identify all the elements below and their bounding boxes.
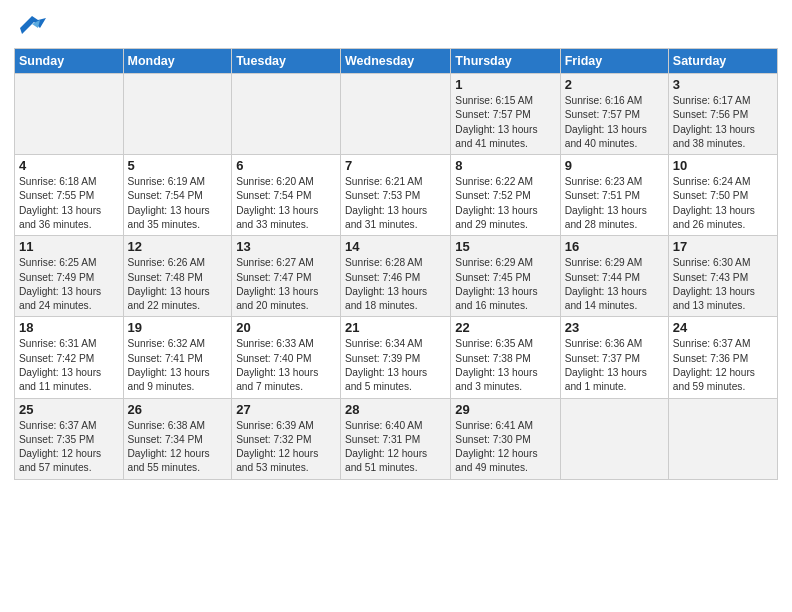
page: SundayMondayTuesdayWednesdayThursdayFrid… xyxy=(0,0,792,612)
day-of-week-header: Friday xyxy=(560,49,668,74)
svg-marker-0 xyxy=(20,16,46,34)
day-info: Sunrise: 6:32 AM Sunset: 7:41 PM Dayligh… xyxy=(128,337,228,394)
day-info: Sunrise: 6:37 AM Sunset: 7:35 PM Dayligh… xyxy=(19,419,119,476)
day-info: Sunrise: 6:37 AM Sunset: 7:36 PM Dayligh… xyxy=(673,337,773,394)
calendar-cell: 29Sunrise: 6:41 AM Sunset: 7:30 PM Dayli… xyxy=(451,398,560,479)
header xyxy=(14,10,778,42)
calendar-cell: 24Sunrise: 6:37 AM Sunset: 7:36 PM Dayli… xyxy=(668,317,777,398)
calendar-cell: 23Sunrise: 6:36 AM Sunset: 7:37 PM Dayli… xyxy=(560,317,668,398)
calendar-cell: 1Sunrise: 6:15 AM Sunset: 7:57 PM Daylig… xyxy=(451,74,560,155)
calendar-week-row: 18Sunrise: 6:31 AM Sunset: 7:42 PM Dayli… xyxy=(15,317,778,398)
calendar-cell: 20Sunrise: 6:33 AM Sunset: 7:40 PM Dayli… xyxy=(232,317,341,398)
day-of-week-header: Saturday xyxy=(668,49,777,74)
day-info: Sunrise: 6:29 AM Sunset: 7:44 PM Dayligh… xyxy=(565,256,664,313)
day-info: Sunrise: 6:20 AM Sunset: 7:54 PM Dayligh… xyxy=(236,175,336,232)
calendar-cell: 15Sunrise: 6:29 AM Sunset: 7:45 PM Dayli… xyxy=(451,236,560,317)
day-number: 8 xyxy=(455,158,555,173)
calendar-cell xyxy=(668,398,777,479)
calendar-cell: 2Sunrise: 6:16 AM Sunset: 7:57 PM Daylig… xyxy=(560,74,668,155)
calendar-cell: 4Sunrise: 6:18 AM Sunset: 7:55 PM Daylig… xyxy=(15,155,124,236)
calendar-week-row: 11Sunrise: 6:25 AM Sunset: 7:49 PM Dayli… xyxy=(15,236,778,317)
calendar-week-row: 25Sunrise: 6:37 AM Sunset: 7:35 PM Dayli… xyxy=(15,398,778,479)
day-info: Sunrise: 6:29 AM Sunset: 7:45 PM Dayligh… xyxy=(455,256,555,313)
day-number: 2 xyxy=(565,77,664,92)
calendar-cell: 3Sunrise: 6:17 AM Sunset: 7:56 PM Daylig… xyxy=(668,74,777,155)
day-info: Sunrise: 6:21 AM Sunset: 7:53 PM Dayligh… xyxy=(345,175,446,232)
calendar-cell: 5Sunrise: 6:19 AM Sunset: 7:54 PM Daylig… xyxy=(123,155,232,236)
day-info: Sunrise: 6:33 AM Sunset: 7:40 PM Dayligh… xyxy=(236,337,336,394)
day-info: Sunrise: 6:39 AM Sunset: 7:32 PM Dayligh… xyxy=(236,419,336,476)
day-info: Sunrise: 6:27 AM Sunset: 7:47 PM Dayligh… xyxy=(236,256,336,313)
calendar-cell: 28Sunrise: 6:40 AM Sunset: 7:31 PM Dayli… xyxy=(341,398,451,479)
day-number: 28 xyxy=(345,402,446,417)
day-number: 26 xyxy=(128,402,228,417)
calendar-cell: 16Sunrise: 6:29 AM Sunset: 7:44 PM Dayli… xyxy=(560,236,668,317)
calendar-table: SundayMondayTuesdayWednesdayThursdayFrid… xyxy=(14,48,778,480)
day-info: Sunrise: 6:35 AM Sunset: 7:38 PM Dayligh… xyxy=(455,337,555,394)
calendar-cell xyxy=(123,74,232,155)
day-number: 22 xyxy=(455,320,555,335)
day-number: 17 xyxy=(673,239,773,254)
day-number: 7 xyxy=(345,158,446,173)
day-info: Sunrise: 6:24 AM Sunset: 7:50 PM Dayligh… xyxy=(673,175,773,232)
day-number: 11 xyxy=(19,239,119,254)
day-info: Sunrise: 6:17 AM Sunset: 7:56 PM Dayligh… xyxy=(673,94,773,151)
day-number: 27 xyxy=(236,402,336,417)
logo xyxy=(14,14,46,42)
calendar-cell xyxy=(15,74,124,155)
day-info: Sunrise: 6:15 AM Sunset: 7:57 PM Dayligh… xyxy=(455,94,555,151)
day-number: 23 xyxy=(565,320,664,335)
day-number: 3 xyxy=(673,77,773,92)
calendar-cell: 19Sunrise: 6:32 AM Sunset: 7:41 PM Dayli… xyxy=(123,317,232,398)
day-number: 25 xyxy=(19,402,119,417)
day-number: 29 xyxy=(455,402,555,417)
day-info: Sunrise: 6:34 AM Sunset: 7:39 PM Dayligh… xyxy=(345,337,446,394)
day-number: 14 xyxy=(345,239,446,254)
day-number: 15 xyxy=(455,239,555,254)
calendar-cell: 21Sunrise: 6:34 AM Sunset: 7:39 PM Dayli… xyxy=(341,317,451,398)
day-of-week-header: Monday xyxy=(123,49,232,74)
day-info: Sunrise: 6:23 AM Sunset: 7:51 PM Dayligh… xyxy=(565,175,664,232)
calendar-cell: 12Sunrise: 6:26 AM Sunset: 7:48 PM Dayli… xyxy=(123,236,232,317)
day-info: Sunrise: 6:19 AM Sunset: 7:54 PM Dayligh… xyxy=(128,175,228,232)
calendar-cell: 10Sunrise: 6:24 AM Sunset: 7:50 PM Dayli… xyxy=(668,155,777,236)
day-info: Sunrise: 6:28 AM Sunset: 7:46 PM Dayligh… xyxy=(345,256,446,313)
calendar-cell xyxy=(341,74,451,155)
day-number: 6 xyxy=(236,158,336,173)
calendar-cell: 18Sunrise: 6:31 AM Sunset: 7:42 PM Dayli… xyxy=(15,317,124,398)
calendar-cell: 26Sunrise: 6:38 AM Sunset: 7:34 PM Dayli… xyxy=(123,398,232,479)
day-number: 10 xyxy=(673,158,773,173)
calendar-cell: 13Sunrise: 6:27 AM Sunset: 7:47 PM Dayli… xyxy=(232,236,341,317)
day-info: Sunrise: 6:26 AM Sunset: 7:48 PM Dayligh… xyxy=(128,256,228,313)
day-number: 18 xyxy=(19,320,119,335)
calendar-cell: 8Sunrise: 6:22 AM Sunset: 7:52 PM Daylig… xyxy=(451,155,560,236)
day-number: 9 xyxy=(565,158,664,173)
day-number: 13 xyxy=(236,239,336,254)
day-info: Sunrise: 6:31 AM Sunset: 7:42 PM Dayligh… xyxy=(19,337,119,394)
day-number: 20 xyxy=(236,320,336,335)
day-number: 19 xyxy=(128,320,228,335)
calendar-cell xyxy=(560,398,668,479)
calendar-header-row: SundayMondayTuesdayWednesdayThursdayFrid… xyxy=(15,49,778,74)
day-number: 21 xyxy=(345,320,446,335)
day-number: 4 xyxy=(19,158,119,173)
day-info: Sunrise: 6:36 AM Sunset: 7:37 PM Dayligh… xyxy=(565,337,664,394)
logo-bird-icon xyxy=(18,14,46,42)
calendar-cell: 27Sunrise: 6:39 AM Sunset: 7:32 PM Dayli… xyxy=(232,398,341,479)
calendar-cell: 17Sunrise: 6:30 AM Sunset: 7:43 PM Dayli… xyxy=(668,236,777,317)
day-number: 1 xyxy=(455,77,555,92)
calendar-cell: 14Sunrise: 6:28 AM Sunset: 7:46 PM Dayli… xyxy=(341,236,451,317)
day-number: 5 xyxy=(128,158,228,173)
day-info: Sunrise: 6:38 AM Sunset: 7:34 PM Dayligh… xyxy=(128,419,228,476)
day-info: Sunrise: 6:40 AM Sunset: 7:31 PM Dayligh… xyxy=(345,419,446,476)
day-of-week-header: Tuesday xyxy=(232,49,341,74)
calendar-cell: 9Sunrise: 6:23 AM Sunset: 7:51 PM Daylig… xyxy=(560,155,668,236)
calendar-cell: 22Sunrise: 6:35 AM Sunset: 7:38 PM Dayli… xyxy=(451,317,560,398)
calendar-cell: 6Sunrise: 6:20 AM Sunset: 7:54 PM Daylig… xyxy=(232,155,341,236)
day-of-week-header: Sunday xyxy=(15,49,124,74)
calendar-week-row: 4Sunrise: 6:18 AM Sunset: 7:55 PM Daylig… xyxy=(15,155,778,236)
day-info: Sunrise: 6:41 AM Sunset: 7:30 PM Dayligh… xyxy=(455,419,555,476)
day-of-week-header: Thursday xyxy=(451,49,560,74)
calendar-cell xyxy=(232,74,341,155)
day-info: Sunrise: 6:18 AM Sunset: 7:55 PM Dayligh… xyxy=(19,175,119,232)
